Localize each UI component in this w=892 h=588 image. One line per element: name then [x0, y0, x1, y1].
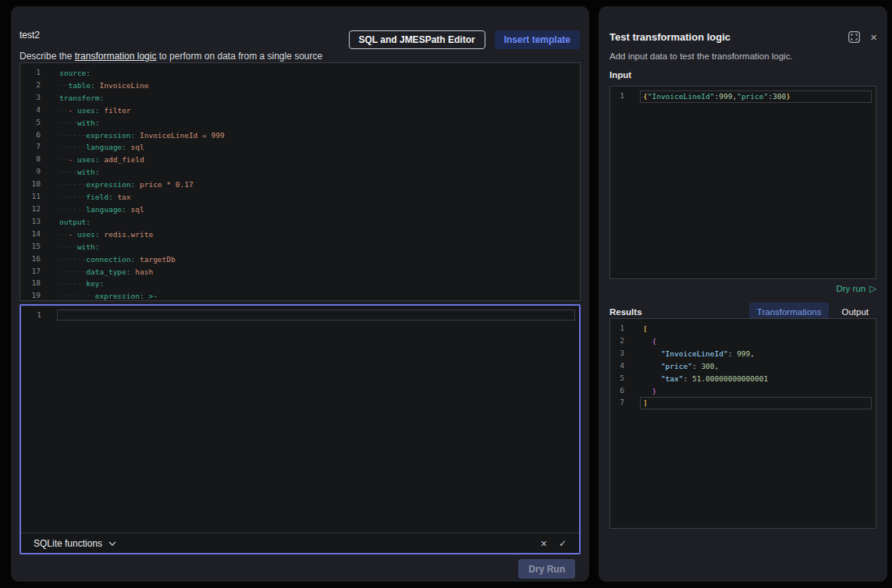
- line-number: 19: [20, 290, 47, 301]
- yaml-transformation-editor[interactable]: 1source:2··table: InvoiceLine3transform:…: [20, 62, 581, 301]
- results-label: Results: [609, 307, 642, 317]
- code-line: 15····with:: [20, 241, 580, 253]
- code-line: 4··- uses: filter: [20, 104, 580, 117]
- results-editor[interactable]: 1[2 {3 "InvoiceLineId": 999,4 "price": 3…: [609, 318, 876, 529]
- line-number: 3: [610, 348, 631, 360]
- panel-subtitle: Add input data to test the transformatio…: [609, 51, 793, 61]
- line-number: 7: [20, 141, 47, 154]
- transformation-logic-link[interactable]: transformation logic: [75, 51, 157, 62]
- line-number: 15: [20, 241, 47, 253]
- line-number: 1: [21, 310, 48, 321]
- code-line: 10······expression: price * 0.17: [20, 179, 580, 191]
- description-prefix: Describe the: [20, 51, 75, 62]
- line-number: 16: [20, 253, 47, 266]
- line-number: 4: [20, 104, 47, 117]
- job-editor-panel: test2 SQL and JMESPath Editor Insert tem…: [11, 6, 589, 582]
- close-icon[interactable]: ×: [870, 30, 877, 44]
- sql-jmespath-editor-button[interactable]: SQL and JMESPath Editor: [349, 30, 485, 49]
- code-line: 1source:: [20, 67, 580, 80]
- code-line: 3 "InvoiceLineId": 999,: [610, 348, 876, 360]
- line-number: 1: [610, 90, 631, 103]
- expand-fullscreen-icon[interactable]: [848, 31, 860, 43]
- dry-run-button[interactable]: Dry Run: [518, 559, 575, 579]
- header-buttons: SQL and JMESPath Editor Insert template: [349, 30, 581, 49]
- input-data-editor[interactable]: 1{"InvoiceLineId":999,"price":300}: [609, 86, 876, 279]
- code-line: 2··table: InvoiceLine: [20, 80, 580, 92]
- line-number: 4: [610, 360, 631, 373]
- code-line: 5····with:: [20, 117, 580, 129]
- code-line: 6······expression: InvoiceLineId = 999: [20, 129, 580, 142]
- code-line: 6 }: [610, 385, 876, 398]
- code-line: 5 "tax": 51.00000000000001: [610, 373, 876, 385]
- line-number: 9: [20, 166, 47, 179]
- code-line: 1{"InvoiceLineId":999,"price":300}: [610, 90, 876, 103]
- code-line: 13output:: [20, 216, 580, 228]
- play-icon: ▷: [869, 283, 876, 294]
- panel-title: Test transformation logic: [609, 31, 730, 43]
- code-line: 7]: [610, 397, 876, 409]
- code-line: 9····with:: [20, 166, 580, 179]
- line-number: 5: [20, 117, 47, 129]
- description-suffix: to perform on data from a single source: [156, 51, 322, 62]
- dry-run-link[interactable]: Dry run ▷: [836, 283, 876, 294]
- sql-functions-editor[interactable]: 1 SQLite functions × ✓: [20, 304, 581, 554]
- code-line: 1: [21, 310, 579, 321]
- line-number: 14: [20, 228, 47, 241]
- test-transformation-panel: Test transformation logic × Add input da…: [599, 6, 887, 582]
- panel-header-icons: ×: [848, 30, 877, 44]
- sqlite-functions-dropdown[interactable]: SQLite functions: [34, 538, 116, 549]
- sql-functions-code-area[interactable]: 1: [21, 310, 579, 321]
- code-line: 16······connection: targetDb: [20, 253, 580, 266]
- code-line: 14··- uses: redis.write: [20, 228, 580, 241]
- line-number: 7: [610, 397, 631, 409]
- functions-editor-footer: SQLite functions × ✓: [21, 533, 579, 553]
- insert-template-button[interactable]: Insert template: [495, 30, 580, 49]
- sqlite-functions-label: SQLite functions: [34, 538, 102, 549]
- line-number: 12: [20, 204, 47, 216]
- functions-editor-actions: × ✓: [541, 538, 567, 549]
- confirm-icon[interactable]: ✓: [559, 539, 567, 548]
- code-line: 3transform:: [20, 92, 580, 104]
- line-number: 5: [610, 373, 631, 385]
- code-line: 2 {: [610, 335, 876, 348]
- code-line: 7······language: sql: [20, 141, 580, 154]
- chevron-down-icon: [108, 541, 116, 546]
- code-line: 1[: [610, 323, 876, 335]
- line-number: 10: [20, 179, 47, 191]
- line-number: 6: [20, 129, 47, 142]
- dry-run-link-label: Dry run: [836, 284, 865, 293]
- code-line: 4 "price": 300,: [610, 360, 876, 373]
- job-title: test2: [20, 30, 40, 41]
- code-line: 18······key:: [20, 278, 580, 290]
- line-number: 1: [20, 67, 47, 80]
- cancel-icon[interactable]: ×: [541, 538, 547, 549]
- line-number: 3: [20, 92, 47, 104]
- line-number: 8: [20, 154, 47, 166]
- line-number: 17: [20, 266, 47, 278]
- code-line: 17······data_type: hash: [20, 266, 580, 278]
- job-description: Describe the transformation logic to per…: [20, 51, 322, 62]
- line-number: 18: [20, 278, 47, 290]
- line-number: 6: [610, 385, 631, 398]
- code-line: 19········expression: >-: [20, 290, 580, 301]
- input-label: Input: [609, 70, 631, 80]
- line-number: 1: [610, 323, 631, 335]
- line-number: 2: [20, 80, 47, 92]
- code-line: 12······language: sql: [20, 204, 580, 216]
- line-number: 11: [20, 191, 47, 204]
- line-number: 13: [20, 216, 47, 228]
- code-line: 11······field: tax: [20, 191, 580, 204]
- code-line: 8··- uses: add_field: [20, 154, 580, 166]
- line-number: 2: [610, 335, 631, 348]
